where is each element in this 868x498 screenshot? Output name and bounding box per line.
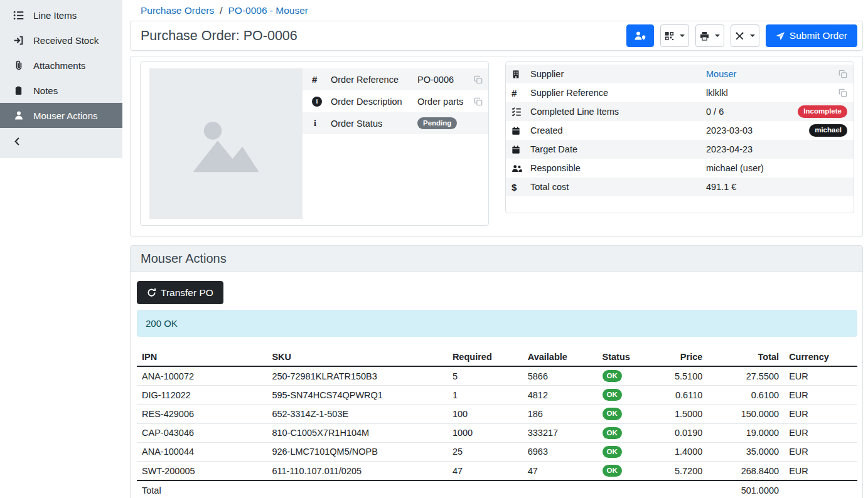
print-actions-button[interactable] (695, 24, 724, 47)
dollar-icon: $ (512, 182, 530, 193)
cell-total: 0.6100 (707, 386, 784, 405)
cell-price: 1.5000 (646, 405, 707, 423)
total-label: Total (137, 480, 707, 498)
ok-badge: OK (603, 465, 622, 477)
submit-order-label: Submit Order (790, 30, 847, 41)
printer-icon (700, 31, 709, 41)
completed-line-items-row: Completed Line Items 0 / 6 Incomplete (506, 102, 854, 121)
ok-badge: OK (603, 408, 622, 420)
sidebar-item-notes[interactable]: Notes (0, 78, 122, 103)
total-cost-value: 491.1 € (706, 182, 847, 192)
grand-total-value: 501.0000 (707, 480, 784, 498)
list-check-icon (512, 107, 530, 117)
sidebar-item-mouser-actions[interactable]: Mouser Actions (0, 103, 122, 128)
tools-icon (735, 31, 744, 41)
refresh-icon (147, 288, 156, 297)
cell-currency: EUR (784, 462, 857, 481)
completed-line-items-label: Completed Line Items (530, 107, 706, 117)
cell-currency: EUR (784, 386, 857, 405)
transfer-po-button[interactable]: Transfer PO (137, 281, 223, 304)
barcode-actions-button[interactable] (660, 24, 689, 47)
users-icon (512, 164, 530, 173)
cell-ipn: SWT-200005 (137, 462, 267, 481)
copy-icon[interactable] (839, 70, 847, 78)
copy-icon[interactable] (474, 97, 483, 106)
cell-total: 150.0000 (707, 405, 784, 423)
cell-ipn: RES-429006 (137, 405, 267, 423)
cell-currency: EUR (784, 405, 857, 423)
supplier-reference-value: lklklkl (706, 88, 839, 98)
breadcrumb-purchase-orders[interactable]: Purchase Orders (141, 5, 214, 16)
order-summary-card: # Order Reference PO-0006 i Order Descri… (140, 61, 489, 226)
target-date-value: 2023-04-23 (706, 144, 847, 154)
total-row: Total 501.0000 (137, 480, 857, 498)
cell-total: 35.0000 (707, 442, 784, 461)
copy-icon[interactable] (474, 75, 483, 84)
chevron-down-icon (715, 34, 720, 37)
responsible-label: Responsible (530, 163, 706, 173)
cell-price: 5.5100 (646, 366, 707, 386)
calendar-icon (512, 126, 530, 135)
cell-ipn: CAP-043046 (137, 423, 267, 442)
parts-table-header: IPN SKU Required Available Status Price … (137, 348, 857, 366)
order-actions-button[interactable] (731, 24, 759, 47)
ok-badge: OK (603, 446, 622, 458)
created-value: 2023-03-03 (706, 125, 809, 135)
cell-available: 186 (523, 405, 597, 423)
calendar-icon (512, 145, 530, 154)
cell-available: 6963 (523, 442, 597, 461)
created-row: Created 2023-03-03 michael (506, 121, 854, 140)
sidebar-item-attachments[interactable]: Attachments (0, 53, 122, 78)
supplier-details-card: Supplier Mouser # Supplier Reference lkl… (505, 61, 854, 213)
paperclip-icon (13, 60, 24, 70)
sidebar: Line Items Received Stock Attachments No… (0, 0, 122, 158)
cell-price: 5.7200 (646, 462, 707, 481)
table-row: SWT-200005 611-110.107.011/0205 47 47 OK… (137, 462, 857, 481)
col-sku: SKU (267, 348, 447, 366)
sign-in-icon (13, 35, 24, 46)
cell-sku: 250-72981KLRATR150B3 (267, 366, 447, 386)
cell-status: OK (597, 462, 646, 481)
cell-required: 5 (447, 366, 523, 386)
supplier-link[interactable]: Mouser (706, 69, 736, 79)
barcode-icon (665, 31, 674, 41)
breadcrumb-separator: / (220, 5, 222, 16)
col-required: Required (447, 348, 523, 366)
cell-status: OK (597, 386, 646, 405)
sidebar-collapse-button[interactable] (0, 128, 122, 154)
transfer-po-label: Transfer PO (161, 287, 213, 299)
notes-icon (13, 86, 24, 95)
created-label: Created (530, 125, 706, 135)
order-status-label: Order Status (331, 119, 417, 129)
cell-ipn: ANA-100072 (137, 366, 267, 386)
chevron-down-icon (680, 34, 685, 37)
sidebar-item-received-stock[interactable]: Received Stock (0, 28, 122, 53)
breadcrumb: Purchase Orders / PO-0006 - Mouser (130, 4, 863, 21)
table-row: ANA-100072 250-72981KLRATR150B3 5 5866 O… (137, 366, 857, 386)
table-row: ANA-100044 926-LMC7101QM5/NOPB 25 6963 O… (137, 442, 857, 461)
chevron-left-icon (13, 137, 22, 146)
hash-icon: # (512, 88, 530, 98)
table-row: RES-429006 652-3314Z-1-503E 100 186 OK 1… (137, 405, 857, 423)
cell-sku: 611-110.107.011/0205 (267, 462, 447, 481)
cell-required: 1000 (447, 423, 523, 442)
cell-sku: 810-C1005X7R1H104M (267, 423, 447, 442)
cell-total: 268.8400 (707, 462, 784, 481)
status-badge: Pending (417, 117, 457, 129)
breadcrumb-current[interactable]: PO-0006 - Mouser (228, 5, 308, 16)
sidebar-item-line-items[interactable]: Line Items (0, 3, 122, 28)
incomplete-badge: Incomplete (798, 105, 847, 117)
order-description-value: Order parts (417, 97, 474, 107)
copy-icon[interactable] (839, 88, 847, 97)
ok-badge: OK (603, 389, 622, 401)
supplier-reference-label: Supplier Reference (530, 88, 706, 98)
chevron-down-icon (750, 34, 755, 37)
supplier-value: Mouser (706, 69, 839, 79)
paper-plane-icon (776, 31, 785, 41)
cell-required: 1 (447, 386, 523, 405)
submit-order-button[interactable]: Submit Order (766, 24, 857, 47)
sidebar-item-label: Mouser Actions (33, 110, 98, 121)
assign-user-button[interactable] (626, 24, 654, 47)
table-row: DIG-112022 595-SN74HCS74QPWRQ1 1 4812 OK… (137, 386, 857, 405)
panel-title: Mouser Actions (141, 252, 227, 265)
